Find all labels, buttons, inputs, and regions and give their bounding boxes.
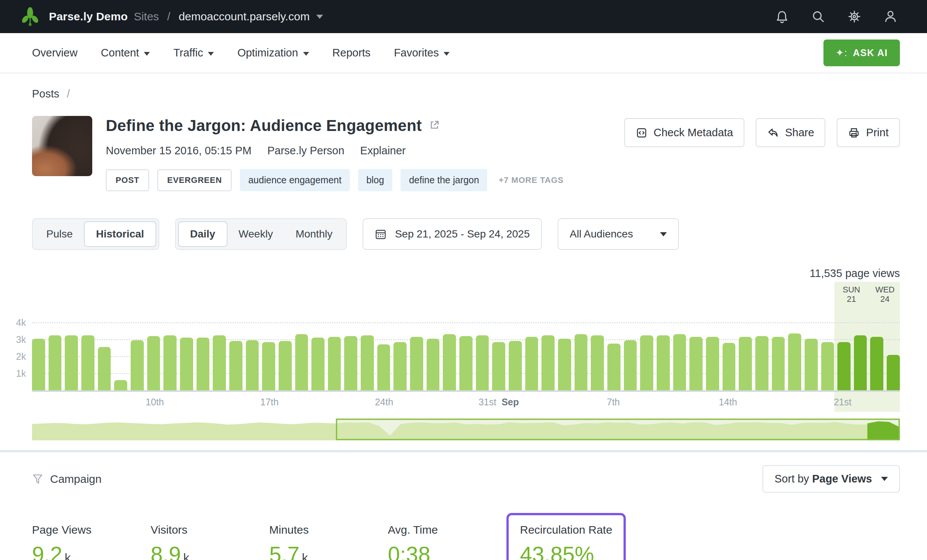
chart-bar[interactable] [509,341,522,391]
chart-bar[interactable] [262,342,275,391]
chart-bar[interactable] [887,355,900,391]
chart-bar[interactable] [525,337,538,391]
brand-name[interactable]: Parse.ly Demo [49,10,128,23]
nav-item-favorites[interactable]: Favorites [394,47,450,59]
check-metadata-button[interactable]: Check Metadata [624,118,744,147]
chart-bar[interactable] [541,335,555,391]
print-button[interactable]: Print [837,118,900,147]
sparkle-icon: ✦: [836,47,848,59]
chart-bar[interactable] [492,342,505,391]
chevron-down-icon [208,52,214,56]
chart-bar[interactable] [558,339,571,391]
chart-bar[interactable] [49,335,62,391]
chart-bar[interactable] [114,380,127,391]
site-dropdown-caret-icon[interactable] [316,15,323,19]
search-icon[interactable] [811,9,825,24]
chart-bar[interactable] [163,335,177,391]
chart-bar[interactable] [657,335,670,391]
toggle-historical[interactable]: Historical [84,221,156,247]
nav-item-traffic[interactable]: Traffic [173,47,214,59]
chart-bar[interactable] [575,334,588,391]
post-type[interactable]: Explainer [360,145,406,157]
timeline-minimap[interactable] [32,418,900,440]
campaign-filter[interactable]: Campaign [32,473,102,485]
post-author[interactable]: Parse.ly Person [267,145,345,157]
audience-select[interactable]: All Audiences [558,218,679,250]
chart-bar[interactable] [361,335,374,391]
breadcrumb-posts-link[interactable]: Posts [32,88,59,100]
user-icon[interactable] [883,9,898,24]
tag-audience-engagement[interactable]: audience engagement [240,169,349,191]
chart-bar[interactable] [279,341,292,391]
gear-icon[interactable] [847,9,861,24]
chart-bar[interactable] [65,335,78,391]
chart-bar[interactable] [246,340,259,391]
sites-label[interactable]: Sites [134,10,159,23]
chart-bar[interactable] [459,336,473,391]
toggle-daily[interactable]: Daily [178,221,227,247]
share-button[interactable]: Share [756,118,825,147]
breadcrumb: Posts / [32,88,900,100]
chart-bar[interactable] [476,335,489,391]
chart-bar[interactable] [723,343,736,391]
chart-bar[interactable] [377,344,390,391]
chart-bar[interactable] [821,342,834,391]
parsely-leaf-icon[interactable] [21,7,39,26]
chart-bar[interactable] [591,335,604,391]
chart-bar[interactable] [673,334,686,391]
chart-bar[interactable] [640,335,653,391]
toggle-pulse[interactable]: Pulse [35,221,84,247]
chart-bar[interactable] [772,337,785,391]
x-axis-label: 17th [260,397,279,408]
ask-ai-button[interactable]: ✦: ASK AI [823,40,900,66]
chart-bar[interactable] [788,333,801,391]
chart-bar[interactable] [410,337,423,391]
chart-bar[interactable] [854,335,867,391]
chart-bar[interactable] [32,339,45,391]
post-badge: POST [106,169,149,191]
chart-bar[interactable] [81,335,95,391]
chart-bar[interactable] [393,342,407,391]
sort-by-dropdown[interactable]: Sort by Page Views [762,465,900,493]
chart-bar[interactable] [755,336,768,391]
chart-bar[interactable] [443,334,456,391]
chart-bar[interactable] [311,338,325,391]
chart-bar[interactable] [706,337,719,391]
date-range-picker[interactable]: Sep 21, 2025 - Sep 24, 2025 [363,218,542,250]
chart-bar[interactable] [131,340,144,391]
toggle-weekly[interactable]: Weekly [227,221,284,247]
x-axis-label: 31stSep [479,397,519,408]
chart-bar[interactable] [427,339,440,391]
nav-item-overview[interactable]: Overview [32,47,78,59]
chart-bar[interactable] [870,337,883,391]
more-tags-link[interactable]: +7 MORE TAGS [499,175,563,185]
chart-bar[interactable] [344,336,357,391]
section-divider [0,450,927,452]
chart-bar[interactable] [213,335,226,391]
chart-bar[interactable] [98,347,111,391]
chart-bar[interactable] [689,337,703,391]
nav-item-reports[interactable]: Reports [332,47,371,59]
toggle-monthly[interactable]: Monthly [284,221,344,247]
metric-recirculation-rate: Recirculation Rate 43.85% [506,513,626,560]
chevron-down-icon [144,52,150,56]
chart-bar[interactable] [229,341,242,391]
chart-bar[interactable] [180,338,193,391]
chart-bar[interactable] [147,336,160,391]
site-domain[interactable]: demoaccount.parsely.com [178,10,310,23]
chart-bar[interactable] [197,338,210,391]
chart-bar[interactable] [837,342,851,391]
chart-bar[interactable] [624,340,637,391]
bell-icon[interactable] [775,9,789,24]
nav-item-optimization[interactable]: Optimization [237,47,309,59]
tag-define-the-jargon[interactable]: define the jargon [401,169,487,191]
chart-bar[interactable] [607,344,621,391]
nav-item-content[interactable]: Content [101,47,150,59]
chart-bar[interactable] [805,339,818,391]
external-link-icon[interactable] [429,120,440,132]
chart-bar[interactable] [328,337,341,391]
chart-bar[interactable] [295,334,308,391]
chart-bar[interactable] [739,337,752,391]
tag-blog[interactable]: blog [358,169,392,191]
code-icon [636,127,648,139]
